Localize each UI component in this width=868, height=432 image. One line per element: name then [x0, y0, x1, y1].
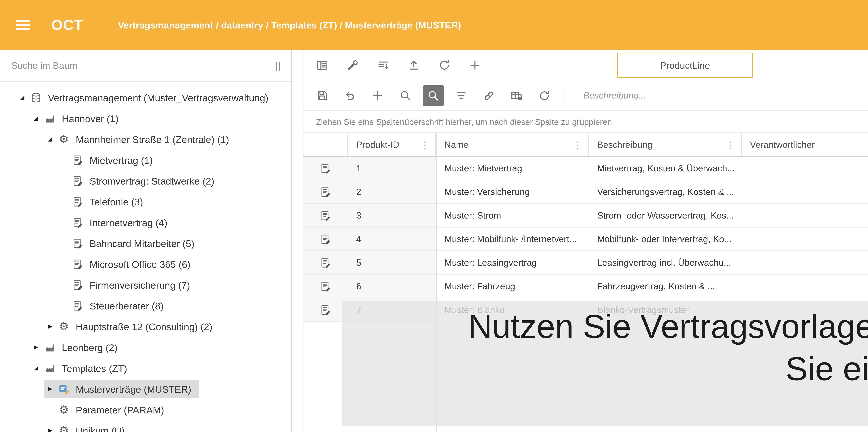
sidebar-collapse-handle[interactable]: ||: [272, 60, 284, 71]
tree-item-microsoft-office-365-6[interactable]: Microsoft Office 365 (6): [0, 254, 291, 275]
cell-produkt-id[interactable]: 5: [348, 251, 436, 274]
collapse-rows-icon[interactable]: [373, 55, 394, 76]
column-header-name[interactable]: Name⋮: [436, 133, 589, 156]
row-contract-icon[interactable]: [304, 275, 348, 298]
tree-item-mannheimer-stra-e-1-zentrale-1[interactable]: ◢⚙Mannheimer Straße 1 (Zentrale) (1): [0, 129, 291, 150]
row-contract-icon[interactable]: [304, 157, 348, 180]
tree-item-bahncard-mitarbeiter-5[interactable]: Bahncard Mitarbeiter (5): [0, 233, 291, 254]
tree-item-firmenversicherung-7[interactable]: Firmenversicherung (7): [0, 275, 291, 296]
collapse-arrow-icon[interactable]: ◢: [31, 116, 42, 122]
cell-verantwortlicher[interactable]: [742, 180, 868, 203]
tree-item-internetvertrag-4[interactable]: Internetvertrag (4): [0, 212, 291, 233]
add-tab-icon[interactable]: [465, 55, 485, 76]
column-header-produkt-id[interactable]: Produkt-ID⋮: [348, 133, 436, 156]
tree-item-unikum-u[interactable]: ▶⚙Unikum (U): [0, 420, 291, 432]
add-row-icon[interactable]: [367, 85, 388, 106]
wrench-icon[interactable]: [342, 55, 363, 76]
column-menu-icon[interactable]: ⋮: [724, 139, 737, 150]
cell-beschreibung[interactable]: Strom- oder Wasservertrag, Kos...: [589, 204, 742, 227]
refresh-history-icon[interactable]: [534, 85, 555, 106]
search-panel-icon[interactable]: [423, 85, 444, 106]
table-row[interactable]: 5Muster: LeasingvertragLeasingvertrag in…: [304, 251, 868, 275]
toolbar-grid: [304, 80, 868, 111]
tree-item-hannover-1[interactable]: ◢Hannover (1): [0, 108, 291, 129]
collapse-arrow-icon[interactable]: ◢: [17, 95, 28, 101]
refresh-history-icon[interactable]: [434, 55, 455, 76]
row-contract-icon[interactable]: [304, 251, 348, 274]
column-menu-icon[interactable]: ⋮: [419, 139, 431, 150]
card-view-icon[interactable]: [312, 55, 333, 76]
link-icon[interactable]: [478, 85, 499, 106]
cell-produkt-id[interactable]: 6: [348, 275, 436, 298]
collapse-arrow-icon[interactable]: ◢: [31, 366, 42, 371]
tree-item-templates-zt[interactable]: ◢Templates (ZT): [0, 358, 291, 379]
topbar: OCT Vertragsmanagement / dataentry / Tem…: [0, 0, 868, 50]
promo-text: Nutzen Sie Vertragsvorlagen oder erstell…: [342, 301, 868, 390]
cell-name[interactable]: Muster: Versicherung: [436, 180, 589, 203]
tree-item-hauptstra-e-12-consulting-2[interactable]: ▶⚙Hauptstraße 12 (Consulting) (2): [0, 316, 291, 337]
cell-produkt-id[interactable]: 4: [348, 228, 436, 251]
cell-produkt-id[interactable]: 2: [348, 180, 436, 203]
cell-verantwortlicher[interactable]: [742, 204, 868, 227]
tree-search-input[interactable]: [11, 60, 272, 71]
expand-arrow-icon[interactable]: ▶: [44, 387, 56, 392]
row-contract-icon[interactable]: [304, 204, 348, 227]
cell-beschreibung[interactable]: Fahrzeugvertrag, Kosten & ...: [589, 275, 742, 298]
tree-item-stromvertrag-stadtwerke-2[interactable]: Stromvertrag: Stadtwerke (2): [0, 171, 291, 192]
table-row[interactable]: 6Muster: FahrzeugFahrzeugvertrag, Kosten…: [304, 275, 868, 298]
upload-icon[interactable]: [403, 55, 424, 76]
table-row[interactable]: 4Muster: Mobilfunk- /Internetvert...Mobi…: [304, 228, 868, 251]
cell-produkt-id[interactable]: 3: [348, 204, 436, 227]
cell-name[interactable]: Muster: Mobilfunk- /Internetvert...: [436, 228, 589, 251]
group-by-panel[interactable]: Ziehen Sie eine Spaltenüberschrift hierh…: [304, 111, 868, 133]
cell-name[interactable]: Muster: Fahrzeug: [436, 275, 589, 298]
tree-item-telefonie-3[interactable]: Telefonie (3): [0, 192, 291, 212]
column-header-label: Name: [444, 139, 469, 150]
tree-item-parameter-param[interactable]: ⚙Parameter (PARAM): [0, 400, 291, 420]
expand-arrow-icon[interactable]: ▶: [44, 428, 56, 432]
cell-beschreibung[interactable]: Mobilfunk- oder Intervertrag, Ko...: [589, 228, 742, 251]
cell-beschreibung[interactable]: Versicherungsvertrag, Kosten & ...: [589, 180, 742, 203]
breadcrumb[interactable]: Vertragsmanagement / dataentry / Templat…: [118, 20, 461, 30]
expand-arrow-icon[interactable]: ▶: [31, 345, 42, 350]
search-icon[interactable]: [395, 85, 416, 106]
cell-verantwortlicher[interactable]: [742, 251, 868, 274]
tree-item-leonberg-2[interactable]: ▶Leonberg (2): [0, 337, 291, 358]
cell-name[interactable]: Muster: Mietvertrag: [436, 157, 589, 180]
cell-beschreibung[interactable]: Leasingvertrag incl. Überwachu...: [589, 251, 742, 274]
cell-verantwortlicher[interactable]: [742, 228, 868, 251]
grid-filter-input[interactable]: [571, 90, 868, 101]
splitter[interactable]: [292, 50, 303, 432]
tree-item-label: Hauptstraße 12 (Consulting) (2): [76, 321, 213, 332]
tree-item-vertragsmanagement-muster-vertragsverwaltung[interactable]: ◢Vertragsmanagement (Muster_Vertragsverw…: [0, 88, 291, 108]
save-icon[interactable]: [312, 85, 333, 106]
expand-arrow-icon[interactable]: ▶: [44, 324, 56, 330]
cell-verantwortlicher[interactable]: [742, 275, 868, 298]
lock-columns-icon[interactable]: [506, 85, 527, 106]
tree-item-label: Microsoft Office 365 (6): [90, 259, 190, 270]
column-header-verantwortlicher[interactable]: Verantwortlicher⋮: [742, 133, 868, 156]
tree-item-mietvertrag-1[interactable]: Mietvertrag (1): [0, 150, 291, 171]
row-contract-icon[interactable]: [304, 228, 348, 251]
cell-beschreibung[interactable]: Mietvertrag, Kosten & Überwach...: [589, 157, 742, 180]
cell-name[interactable]: Muster: Leasingvertrag: [436, 251, 589, 274]
cell-produkt-id[interactable]: 1: [348, 157, 436, 180]
navigation-tree: ◢Vertragsmanagement (Muster_Vertragsverw…: [0, 82, 291, 432]
column-header-beschreibung[interactable]: Beschreibung⋮: [589, 133, 742, 156]
table-row[interactable]: 3Muster: StromStrom- oder Wasservertrag,…: [304, 204, 868, 228]
undo-icon[interactable]: [340, 85, 361, 106]
cell-verantwortlicher[interactable]: [742, 157, 868, 180]
collapse-arrow-icon[interactable]: ◢: [44, 137, 56, 142]
tab-productline[interactable]: ProductLine: [617, 53, 753, 78]
table-row[interactable]: 1Muster: MietvertragMietvertrag, Kosten …: [304, 157, 868, 180]
filter-icon[interactable]: [451, 85, 471, 106]
table-row[interactable]: 2Muster: VersicherungVersicherungsvertra…: [304, 180, 868, 204]
row-contract-icon[interactable]: [304, 180, 348, 203]
menu-icon[interactable]: [15, 19, 31, 31]
column-menu-icon[interactable]: ⋮: [571, 139, 584, 150]
tree-item-steuerberater-8[interactable]: Steuerberater (8): [0, 296, 291, 316]
row-contract-icon[interactable]: [304, 298, 348, 321]
cell-name[interactable]: Muster: Strom: [436, 204, 589, 227]
app-logo[interactable]: OCT: [51, 16, 83, 33]
tree-item-mustervertr-ge-muster[interactable]: ▶Musterverträge (MUSTER): [0, 379, 291, 400]
